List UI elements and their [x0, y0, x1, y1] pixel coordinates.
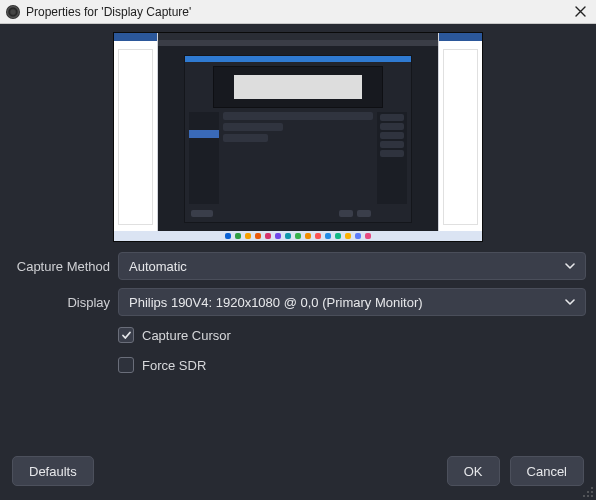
chevron-down-icon [565, 263, 575, 269]
preview-bg-app-right [438, 33, 482, 231]
preview-taskbar [114, 231, 482, 241]
preview-container [10, 32, 586, 242]
svg-point-4 [587, 495, 589, 497]
close-button[interactable] [570, 2, 590, 22]
ok-button-label: OK [464, 464, 483, 479]
obs-logo-icon [6, 5, 20, 19]
capture-method-value: Automatic [129, 259, 187, 274]
properties-form: Capture Method Automatic Display Philips… [10, 252, 586, 376]
window-title: Properties for 'Display Capture' [26, 5, 570, 19]
svg-point-1 [591, 491, 593, 493]
force-sdr-checkbox[interactable]: Force SDR [118, 354, 586, 376]
display-value: Philips 190V4: 1920x1080 @ 0,0 (Primary … [129, 295, 423, 310]
resize-grip-icon[interactable] [582, 486, 594, 498]
svg-point-0 [591, 487, 593, 489]
close-icon [575, 6, 586, 17]
display-preview [113, 32, 483, 242]
checkbox-icon [118, 357, 134, 373]
display-select[interactable]: Philips 190V4: 1920x1080 @ 0,0 (Primary … [118, 288, 586, 316]
ok-button[interactable]: OK [447, 456, 500, 486]
cancel-button-label: Cancel [527, 464, 567, 479]
svg-point-2 [587, 491, 589, 493]
display-label: Display [10, 295, 112, 310]
svg-point-3 [591, 495, 593, 497]
preview-nested-obs [184, 55, 412, 223]
capture-method-select[interactable]: Automatic [118, 252, 586, 280]
preview-browser-window [158, 33, 438, 231]
preview-bg-app-left [114, 33, 158, 231]
capture-method-label: Capture Method [10, 259, 112, 274]
cancel-button[interactable]: Cancel [510, 456, 584, 486]
capture-cursor-checkbox[interactable]: Capture Cursor [118, 324, 586, 346]
capture-cursor-label: Capture Cursor [142, 328, 231, 343]
svg-point-5 [583, 495, 585, 497]
titlebar: Properties for 'Display Capture' [0, 0, 596, 24]
content-area: Capture Method Automatic Display Philips… [0, 24, 596, 452]
checkbox-icon [118, 327, 134, 343]
defaults-button-label: Defaults [29, 464, 77, 479]
dialog-footer: Defaults OK Cancel [0, 452, 596, 500]
force-sdr-label: Force SDR [142, 358, 206, 373]
chevron-down-icon [565, 299, 575, 305]
defaults-button[interactable]: Defaults [12, 456, 94, 486]
